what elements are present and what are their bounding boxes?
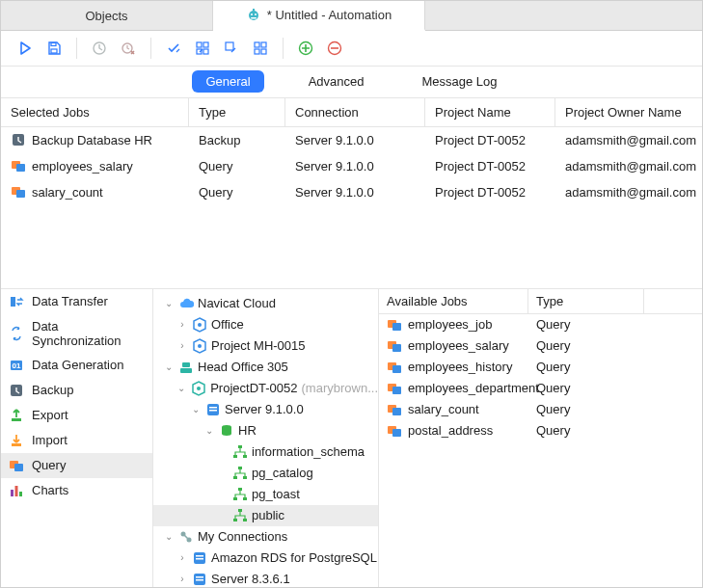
schedule-button[interactable] xyxy=(85,34,114,63)
backup-icon xyxy=(9,383,24,398)
tab-1[interactable]: * Untitled - Automation xyxy=(213,1,425,31)
tree-label: pg_toast xyxy=(252,487,300,501)
query-icon xyxy=(387,360,402,375)
run-button[interactable] xyxy=(11,34,40,63)
nav-import[interactable]: Import xyxy=(1,428,152,453)
svg-rect-32 xyxy=(51,43,56,46)
toolbar-separator xyxy=(150,38,151,59)
import-icon xyxy=(9,433,24,448)
layout-toggle-4[interactable] xyxy=(246,34,275,63)
tree-node[interactable]: pg_toast xyxy=(153,484,378,505)
tree-node[interactable]: pg_catalog xyxy=(153,463,378,484)
caret-icon[interactable]: › xyxy=(176,552,188,563)
caret-icon[interactable]: ⌄ xyxy=(163,531,175,542)
col-connection[interactable]: Connection xyxy=(285,98,425,126)
tree-node[interactable]: ⌄Server 9.1.0.0 xyxy=(153,399,378,420)
server-icon xyxy=(192,550,207,566)
remove-button[interactable] xyxy=(320,34,349,63)
caret-icon[interactable]: ⌄ xyxy=(163,361,175,372)
server-icon xyxy=(192,572,207,587)
cell-project: Project DT-0052 xyxy=(425,133,555,147)
subtab-advanced[interactable]: Advanced xyxy=(295,70,378,93)
database-icon xyxy=(219,423,234,439)
col-owner[interactable]: Project Owner Name xyxy=(555,98,702,126)
tree-node[interactable]: information_schema xyxy=(153,441,378,463)
col-available-type[interactable]: Type xyxy=(528,289,644,313)
nav-label: Import xyxy=(32,433,68,447)
tab-label: * Untitled - Automation xyxy=(267,8,392,22)
caret-icon[interactable]: ⌄ xyxy=(203,425,215,436)
selected-jobs-header: Selected Jobs Type Connection Project Na… xyxy=(1,98,702,127)
schema-icon xyxy=(232,466,248,481)
toolbar xyxy=(1,31,702,67)
data-sync-icon xyxy=(9,326,24,341)
list-item[interactable]: employees_departmentQuery xyxy=(379,378,702,399)
list-item[interactable]: salary_countQuery xyxy=(379,399,702,420)
layout-toggle-3[interactable] xyxy=(217,34,246,63)
caret-icon[interactable]: ⌄ xyxy=(190,404,202,414)
tree-label-dim: (marybrown... xyxy=(302,381,378,395)
svg-rect-40 xyxy=(255,42,259,47)
tree-node[interactable]: ›Amazon RDS for PostgreSQL xyxy=(153,548,378,569)
list-item[interactable]: postal_addressQuery xyxy=(379,420,702,441)
job-name: employees_history xyxy=(408,360,512,374)
table-row[interactable]: employees_salaryQueryServer 9.1.0.0Proje… xyxy=(1,153,702,179)
table-row[interactable]: salary_countQueryServer 9.1.0.0Project D… xyxy=(1,179,702,205)
cell-owner: adamsmith@gmail.com xyxy=(555,133,703,147)
tree-label: Head Office 305 xyxy=(198,360,288,374)
caret-icon[interactable]: › xyxy=(176,574,188,584)
subtab-message-log[interactable]: Message Log xyxy=(409,70,511,93)
nav-query[interactable]: Query xyxy=(1,453,152,478)
caret-icon[interactable]: › xyxy=(176,319,188,330)
delete-schedule-button[interactable] xyxy=(114,34,143,63)
server-icon xyxy=(205,402,221,417)
tree-label: Server 8.3.6.1 xyxy=(211,572,290,586)
add-button[interactable] xyxy=(291,34,320,63)
tree-node[interactable]: ⌄Head Office 305 xyxy=(153,357,378,378)
data-gen-icon xyxy=(9,358,24,373)
caret-icon[interactable]: ⌄ xyxy=(176,383,188,393)
subtab-general[interactable]: General xyxy=(192,70,263,93)
nav-data-transfer[interactable]: Data Transfer xyxy=(1,289,152,314)
col-type[interactable]: Type xyxy=(189,98,285,126)
project-blue-icon xyxy=(192,338,207,354)
nav-data-synchronization[interactable]: Data Synchronization xyxy=(1,314,152,353)
caret-icon[interactable]: ⌄ xyxy=(163,298,175,308)
tree-node[interactable]: ›Server 8.3.6.1 xyxy=(153,569,378,587)
tree-node[interactable]: ⌄Navicat Cloud xyxy=(153,293,378,314)
query-icon xyxy=(387,317,402,333)
cell-connection: Server 9.1.0.0 xyxy=(285,185,425,200)
tree-node[interactable]: ⌄HR xyxy=(153,420,378,441)
col-project[interactable]: Project Name xyxy=(425,98,555,126)
nav-data-generation[interactable]: Data Generation xyxy=(1,353,152,378)
job-type: Query xyxy=(528,402,644,416)
automation-icon xyxy=(246,8,261,23)
caret-icon[interactable]: › xyxy=(176,340,188,351)
tree-node[interactable]: ›Project MH-0015 xyxy=(153,335,378,357)
tree-node[interactable]: ⌄My Connections xyxy=(153,526,378,548)
tree-node[interactable]: ⌄ProjectDT-0052 (marybrown... xyxy=(153,378,378,399)
tree-node[interactable]: public xyxy=(153,505,378,526)
job-name: employees_department xyxy=(408,381,539,395)
job-name: employees_salary xyxy=(408,338,509,353)
lower-panes: Data TransferData SynchronizationData Ge… xyxy=(1,289,702,587)
save-button[interactable] xyxy=(40,34,68,63)
cell-project: Project DT-0052 xyxy=(425,159,555,174)
list-item[interactable]: employees_salaryQuery xyxy=(379,335,702,357)
nav-backup[interactable]: Backup xyxy=(1,378,152,403)
tree-node[interactable]: ›Office xyxy=(153,314,378,335)
table-row[interactable]: Backup Database HRBackupServer 9.1.0.0Pr… xyxy=(1,127,702,153)
list-item[interactable]: employees_jobQuery xyxy=(379,314,702,335)
col-available-jobs[interactable]: Available Jobs xyxy=(379,289,528,313)
tab-0[interactable]: Objects xyxy=(1,1,213,30)
layout-toggle-1[interactable] xyxy=(159,34,188,63)
job-type: Query xyxy=(528,338,644,353)
nav-charts[interactable]: Charts xyxy=(1,478,152,503)
nav-export[interactable]: Export xyxy=(1,403,152,428)
col-selected-jobs[interactable]: Selected Jobs xyxy=(1,98,189,126)
cell-connection: Server 9.1.0.0 xyxy=(285,133,425,147)
layout-toggle-2[interactable] xyxy=(188,34,217,63)
list-item[interactable]: employees_historyQuery xyxy=(379,357,702,378)
svg-rect-43 xyxy=(261,49,266,54)
query-icon xyxy=(387,402,402,417)
